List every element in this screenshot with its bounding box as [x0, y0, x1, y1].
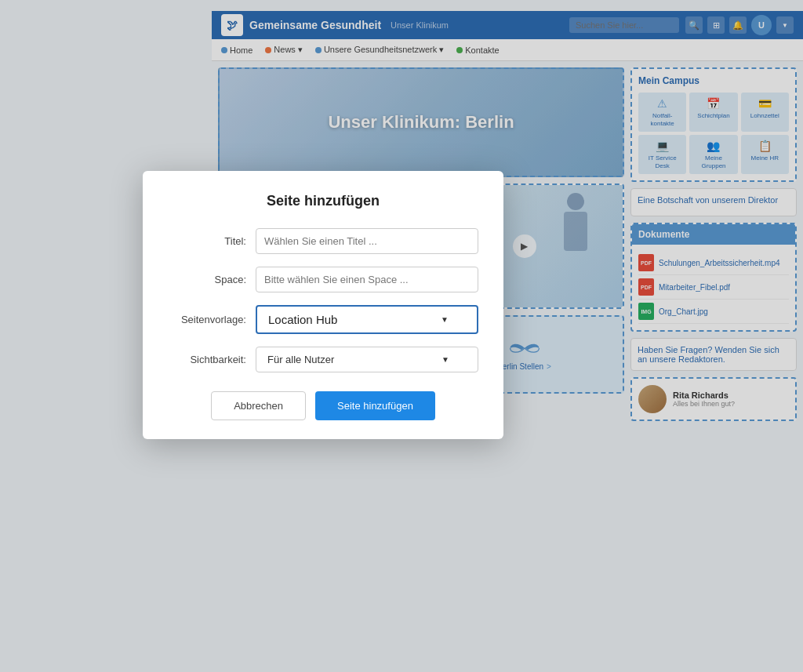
form-row-space: Space: — [168, 267, 478, 292]
seitenvorlage-text: Location Hub — [268, 313, 337, 326]
sichtbarkeit-value[interactable]: Für alle Nutzer ▼ — [256, 347, 478, 372]
sichtbarkeit-arrow-icon: ▼ — [441, 355, 449, 364]
titel-input[interactable] — [256, 228, 478, 254]
dropdown-arrow-icon: ▼ — [441, 315, 449, 324]
seitenvorlage-select[interactable]: Location Hub ▼ — [256, 305, 478, 334]
modal-overlay: Seite hinzufügen Titel: Space: Seitenvor… — [0, 0, 803, 672]
sichtbarkeit-text: Für alle Nutzer — [267, 354, 334, 365]
sichtbarkeit-label: Sichtbarkeit: — [168, 354, 246, 365]
form-row-titel: Titel: — [168, 228, 478, 254]
submit-button[interactable]: Seite hinzufügen — [315, 391, 435, 420]
form-row-sichtbarkeit: Sichtbarkeit: Für alle Nutzer ▼ — [168, 347, 478, 372]
modal-buttons: Abbrechen Seite hinzufügen — [168, 391, 478, 420]
sichtbarkeit-select[interactable]: Für alle Nutzer ▼ — [256, 347, 478, 372]
modal-dialog: Seite hinzufügen Titel: Space: Seitenvor… — [143, 171, 503, 439]
seitenvorlage-value[interactable]: Location Hub ▼ — [256, 305, 478, 334]
cancel-button[interactable]: Abbrechen — [211, 391, 306, 420]
form-row-seitenvorlage: Seitenvorlage: Location Hub ▼ — [168, 305, 478, 334]
seitenvorlage-label: Seitenvorlage: — [168, 314, 246, 325]
space-input[interactable] — [256, 267, 478, 292]
space-label: Space: — [168, 274, 246, 285]
titel-label: Titel: — [168, 235, 246, 247]
modal-title: Seite hinzufügen — [168, 193, 478, 209]
